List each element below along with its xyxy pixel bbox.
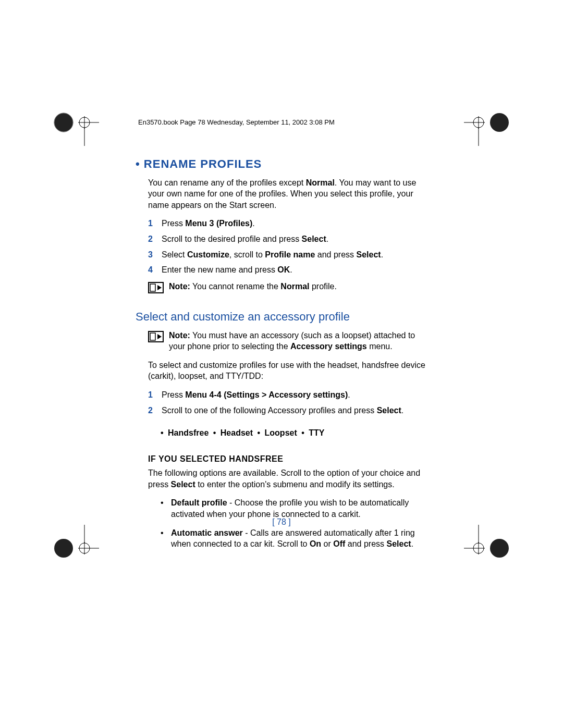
list-item: Default profile - Choose the profile you…: [171, 497, 427, 520]
svg-point-11: [54, 539, 73, 558]
svg-point-6: [490, 113, 509, 132]
running-header: En3570.book Page 78 Wednesday, September…: [138, 118, 335, 126]
note-block: Note: You must have an accessory (such a…: [148, 330, 427, 352]
step-number: 1: [148, 218, 162, 229]
bullet-icon: •: [161, 497, 171, 520]
crop-mark-icon: [52, 99, 99, 146]
step-number: 2: [148, 405, 162, 416]
svg-rect-22: [150, 284, 155, 291]
note-text: Note: You must have an accessory (such a…: [169, 330, 427, 352]
step-text: Press Menu 4-4 (Settings > Accessory set…: [162, 389, 427, 401]
list-item: Automatic answer - Calls are answered au…: [171, 527, 427, 550]
note-block: Note: You cannot rename the Normal profi…: [148, 281, 427, 293]
steps-rename: 1Press Menu 3 (Profiles). 2Scroll to the…: [148, 218, 427, 275]
svg-marker-26: [157, 334, 162, 339]
step-text: Scroll to the desired profile and press …: [162, 233, 427, 245]
crop-mark-icon: [464, 525, 511, 572]
crop-mark-icon: [52, 525, 99, 572]
steps-accessory: 1Press Menu 4-4 (Settings > Accessory se…: [148, 389, 427, 416]
svg-marker-23: [157, 285, 162, 290]
crop-mark-icon: [464, 99, 511, 146]
step-number: 2: [148, 233, 162, 245]
note-icon: [148, 331, 164, 342]
svg-point-16: [490, 539, 509, 558]
paragraph: To select and customize profiles for use…: [148, 360, 427, 382]
svg-rect-25: [150, 333, 155, 340]
note-icon: [148, 282, 164, 293]
step-number: 3: [148, 249, 162, 261]
step-number: 4: [148, 264, 162, 276]
note-text: Note: You cannot rename the Normal profi…: [169, 281, 427, 292]
step-number: 1: [148, 389, 162, 401]
bullet-icon: •: [161, 527, 171, 550]
paragraph: The following options are available. Scr…: [148, 467, 427, 490]
step-text: Scroll to one of the following Accessory…: [162, 405, 427, 416]
subsection-title: Select and customize an accessory profil…: [136, 309, 427, 325]
sub-heading: IF YOU SELECTED HANDSFREE: [148, 453, 427, 465]
section-title: • RENAME PROFILES: [136, 156, 427, 172]
intro-paragraph: You can rename any of the profiles excep…: [148, 177, 427, 211]
accessory-options: • Handsfree • Headset • Loopset • TTY: [161, 427, 427, 439]
step-text: Select Customize, scroll to Profile name…: [162, 249, 427, 261]
page-number: [ 78 ]: [0, 517, 563, 527]
step-text: Enter the new name and press OK.: [162, 264, 427, 276]
step-text: Press Menu 3 (Profiles).: [162, 218, 427, 229]
page-content: • RENAME PROFILES You can rename any of …: [136, 156, 427, 557]
